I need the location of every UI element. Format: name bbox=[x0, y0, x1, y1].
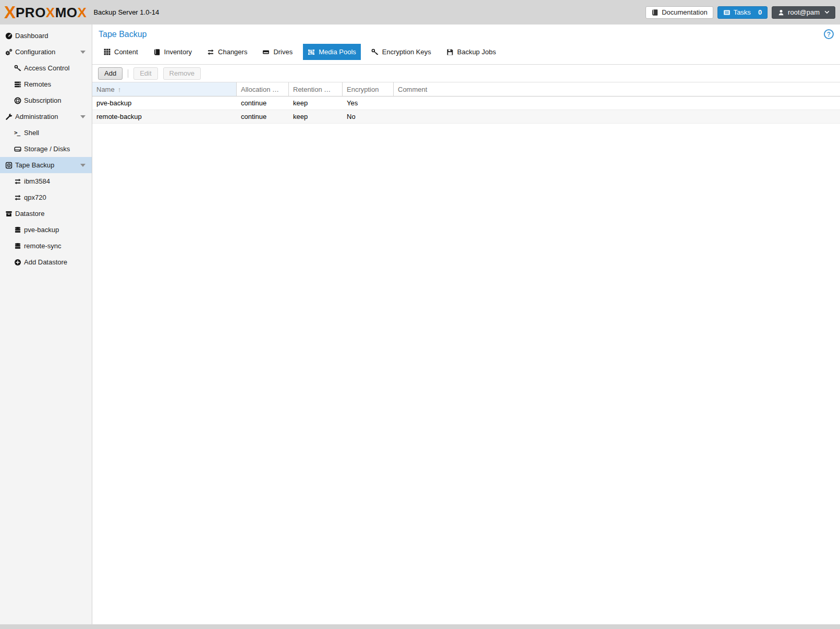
sidebar-item-label: Storage / Disks bbox=[24, 145, 70, 153]
column-label: Retention … bbox=[293, 86, 331, 93]
sidebar-item-ibm3584[interactable]: ibm3584 bbox=[0, 173, 92, 189]
column-label: Encryption bbox=[347, 86, 379, 93]
remove-button[interactable]: Remove bbox=[163, 67, 201, 80]
sidebar-item-storage-disks[interactable]: Storage / Disks bbox=[0, 141, 92, 157]
exchange-icon bbox=[207, 49, 214, 56]
sidebar-item-administration[interactable]: Administration bbox=[0, 108, 92, 125]
sidebar-item-label: Remotes bbox=[24, 80, 51, 88]
sidebar-item-add-datastore[interactable]: Add Datastore bbox=[0, 254, 92, 270]
exchange-icon bbox=[14, 178, 21, 185]
edit-button[interactable]: Edit bbox=[133, 67, 157, 80]
sidebar-item-label: Dashboard bbox=[15, 32, 48, 40]
cell-name: remote-backup bbox=[92, 113, 237, 120]
tab-bar: Content Inventory bbox=[92, 44, 840, 60]
documentation-button[interactable]: Documentation bbox=[646, 6, 713, 19]
book-icon bbox=[651, 9, 659, 16]
grid-icon bbox=[104, 49, 111, 55]
toolbar-separator bbox=[128, 69, 128, 78]
book-icon bbox=[153, 49, 161, 56]
tab-media-pools[interactable]: Media Pools bbox=[303, 44, 361, 60]
sidebar-item-label: Tape Backup bbox=[15, 161, 54, 169]
user-menu-button[interactable]: root@pam bbox=[772, 6, 835, 19]
sidebar-item-label: Administration bbox=[15, 113, 58, 120]
topbar-actions: Documentation Tasks 0 bbox=[646, 6, 835, 19]
sidebar-item-datastore[interactable]: Datastore bbox=[0, 205, 92, 222]
sort-ascending-icon: ↑ bbox=[118, 86, 121, 93]
task-list-icon bbox=[723, 9, 731, 16]
object-group-icon bbox=[308, 49, 315, 56]
collapse-caret-icon[interactable] bbox=[80, 51, 86, 54]
sidebar-item-qpx720[interactable]: qpx720 bbox=[0, 189, 92, 205]
lifering-icon bbox=[14, 97, 21, 104]
sidebar-item-label: Access Control bbox=[24, 64, 69, 72]
remotes-icon bbox=[14, 81, 21, 88]
sidebar-item-remotes[interactable]: Remotes bbox=[0, 76, 92, 92]
tasks-count-badge: 0 bbox=[758, 8, 762, 16]
add-button[interactable]: Add bbox=[98, 67, 123, 80]
column-header-retention[interactable]: Retention … bbox=[289, 82, 343, 96]
brand-pro: PRO bbox=[16, 5, 46, 20]
sidebar-item-label: Configuration bbox=[15, 48, 55, 56]
column-header-name[interactable]: Name ↑ bbox=[92, 82, 237, 96]
sidebar-item-label: qpx720 bbox=[24, 193, 46, 201]
sidebar-item-configuration[interactable]: Configuration bbox=[0, 44, 92, 60]
tab-label: Inventory bbox=[164, 48, 192, 56]
brand-mo: MO bbox=[55, 5, 78, 20]
column-header-encryption[interactable]: Encryption bbox=[343, 82, 394, 96]
save-icon bbox=[446, 49, 454, 56]
table-row[interactable]: remote-backup continue keep No bbox=[92, 110, 840, 124]
product-version-label: Backup Server 1.0-14 bbox=[93, 8, 159, 16]
user-label: root@pam bbox=[788, 8, 820, 16]
chevron-down-icon bbox=[824, 10, 830, 14]
sidebar-item-tape-backup[interactable]: Tape Backup bbox=[0, 157, 92, 173]
key-icon bbox=[14, 65, 21, 72]
toolbar: Add Edit Remove bbox=[92, 64, 840, 82]
help-icon[interactable]: ? bbox=[824, 29, 834, 39]
tab-content[interactable]: Content bbox=[99, 44, 143, 60]
tab-backup-jobs[interactable]: Backup Jobs bbox=[442, 44, 501, 60]
table-row[interactable]: pve-backup continue keep Yes bbox=[92, 96, 840, 110]
sidebar-item-shell[interactable]: >_ Shell bbox=[0, 125, 92, 141]
sidebar-item-label: Add Datastore bbox=[24, 258, 67, 266]
column-header-allocation[interactable]: Allocation … bbox=[237, 82, 289, 96]
wrench-icon bbox=[5, 113, 13, 120]
sidebar-item-dashboard[interactable]: Dashboard bbox=[0, 28, 92, 44]
collapse-caret-icon[interactable] bbox=[80, 164, 86, 167]
content-panel: Tape Backup ? Content bbox=[92, 25, 840, 624]
proxmox-x-icon: X bbox=[4, 5, 15, 20]
sidebar-item-pve-backup[interactable]: pve-backup bbox=[0, 222, 92, 238]
column-header-comment[interactable]: Comment bbox=[394, 82, 840, 96]
column-label: Name bbox=[96, 86, 115, 93]
brand-x2: X bbox=[78, 5, 87, 20]
plus-circle-icon bbox=[14, 259, 21, 266]
tab-changers[interactable]: Changers bbox=[202, 44, 252, 60]
app-window: X PROXMOX Backup Server 1.0-14 Documenta… bbox=[0, 0, 840, 624]
sidebar-item-remote-sync[interactable]: remote-sync bbox=[0, 238, 92, 254]
cell-encryption: Yes bbox=[343, 99, 394, 107]
cell-allocation: continue bbox=[237, 99, 289, 107]
tab-drives[interactable]: Drives bbox=[258, 44, 297, 60]
collapse-caret-icon[interactable] bbox=[80, 115, 86, 118]
tasks-button[interactable]: Tasks 0 bbox=[717, 6, 768, 19]
proxmox-logo: X PROXMOX bbox=[4, 5, 87, 20]
sidebar-item-access-control[interactable]: Access Control bbox=[0, 60, 92, 76]
sidebar-item-label: ibm3584 bbox=[24, 177, 50, 185]
column-label: Comment bbox=[398, 86, 427, 93]
tab-encryption-keys[interactable]: Encryption Keys bbox=[367, 44, 436, 60]
tape-icon bbox=[5, 162, 13, 169]
top-bar: X PROXMOX Backup Server 1.0-14 Documenta… bbox=[0, 0, 840, 25]
database-icon bbox=[14, 243, 21, 250]
cell-encryption: No bbox=[343, 113, 394, 120]
key-icon bbox=[371, 49, 379, 56]
tab-label: Encryption Keys bbox=[382, 48, 431, 56]
tab-label: Content bbox=[114, 48, 138, 56]
tab-inventory[interactable]: Inventory bbox=[149, 44, 197, 60]
sidebar-item-label: pve-backup bbox=[24, 226, 59, 234]
tab-label: Backup Jobs bbox=[457, 48, 496, 56]
sidebar-item-subscription[interactable]: Subscription bbox=[0, 92, 92, 108]
content-header: Tape Backup ? bbox=[92, 25, 840, 44]
sidebar-item-label: Datastore bbox=[15, 210, 44, 217]
database-icon bbox=[14, 226, 21, 234]
user-icon bbox=[777, 9, 785, 16]
cell-retention: keep bbox=[289, 99, 343, 107]
